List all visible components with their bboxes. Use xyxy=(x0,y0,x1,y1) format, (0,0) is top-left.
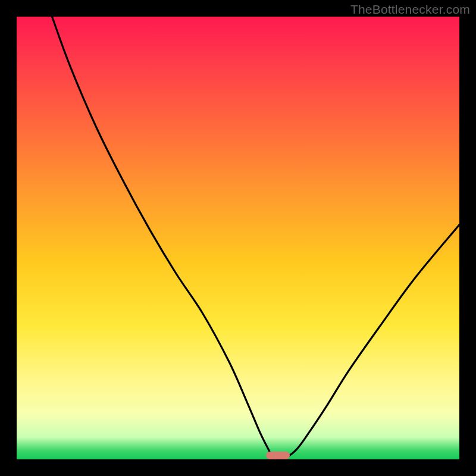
attribution-text: TheBottlenecker.com xyxy=(350,2,470,17)
plot-area xyxy=(17,17,459,459)
bottleneck-curve xyxy=(52,17,460,459)
chart-stage: TheBottlenecker.com xyxy=(0,0,476,476)
curve-svg xyxy=(17,17,459,459)
optimum-marker xyxy=(266,452,290,459)
